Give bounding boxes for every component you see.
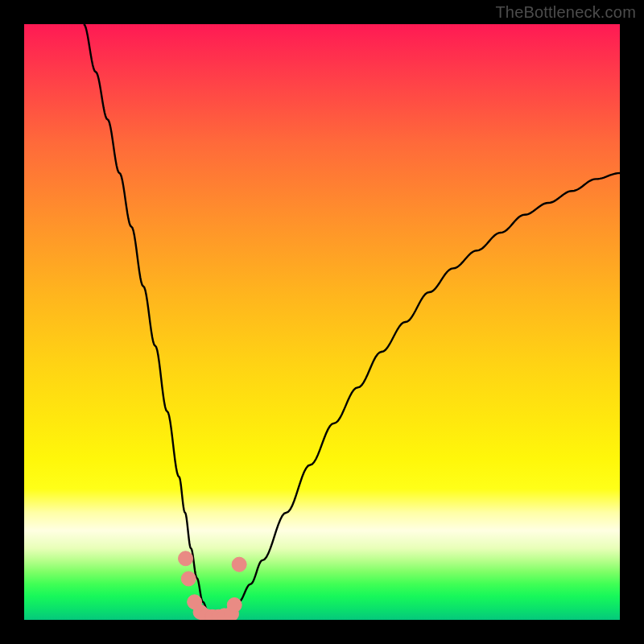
watermark-text: TheBottleneck.com: [495, 3, 636, 22]
plot-area: [24, 24, 620, 620]
chart-frame: TheBottleneck.com: [0, 0, 644, 644]
curve-marker: [227, 598, 242, 613]
bottleneck-curve: [84, 24, 620, 620]
curve-marker: [181, 572, 196, 586]
curve-marker: [179, 551, 193, 566]
curve-layer: [24, 24, 620, 620]
curve-marker: [232, 557, 246, 572]
